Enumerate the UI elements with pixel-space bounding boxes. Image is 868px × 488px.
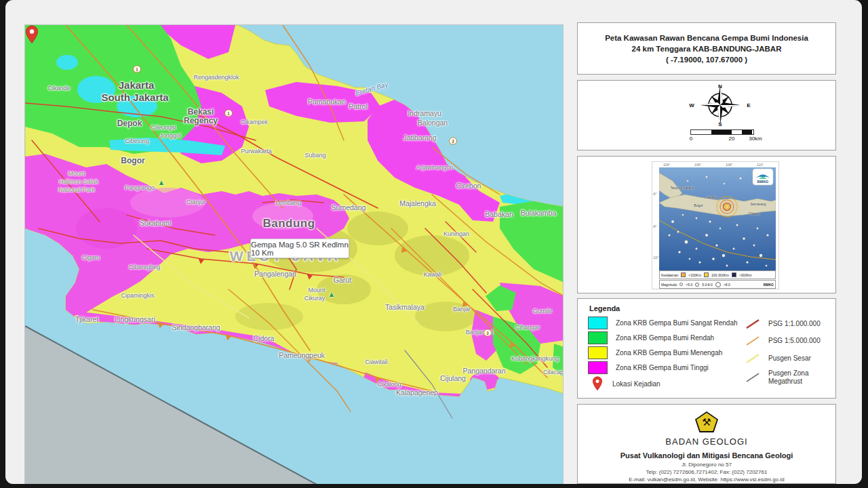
map-label: Sumedang xyxy=(332,203,366,211)
hazard-map[interactable]: CikandeJakartaSouth JakartaRengasdengklo… xyxy=(24,24,564,484)
map-label: Sukabumi xyxy=(140,219,172,227)
map-label: Gumilir xyxy=(533,308,553,314)
map-label: Cikande xyxy=(47,85,70,92)
road-shield-icon: 3 xyxy=(449,138,457,145)
map-label: Depok xyxy=(117,119,142,128)
map-label: Subang xyxy=(304,152,326,159)
compass-north-label: N xyxy=(718,83,722,89)
mountain-icon: ▲ xyxy=(328,290,336,298)
compass-south-label: S xyxy=(718,121,722,127)
badan-geologi-logo: ⚒ xyxy=(695,411,718,432)
map-label: Pameungpeuk xyxy=(279,351,325,359)
map-label: Cilacap xyxy=(543,369,564,375)
map-label: Patrol xyxy=(349,102,367,110)
map-label: Bogor xyxy=(121,156,144,165)
mountain-icon: ▲ xyxy=(158,178,165,186)
window-edge-right xyxy=(862,0,868,488)
inset-city-label: Cilacap xyxy=(749,211,760,216)
legend-swatch-magenta xyxy=(588,361,608,374)
map-label: Cikuray xyxy=(304,295,326,302)
event-location-pin[interactable] xyxy=(25,25,39,44)
inset-legend-depth-row: Kedalaman <100Km 100-300Km >300Km xyxy=(659,270,776,279)
map-label: Cileungsi xyxy=(151,124,176,131)
map-label: Kalapagenep xyxy=(396,388,438,396)
title-panel: Peta Kawasan Rawan Bencana Gempa Bumi In… xyxy=(577,22,836,75)
legend-line-psg5-icon xyxy=(744,335,762,347)
map-label: Pamanukan xyxy=(308,98,346,106)
map-label: Kawali xyxy=(424,271,442,278)
map-label: Pangalengan xyxy=(254,270,296,278)
scale-bar xyxy=(690,129,754,135)
compass-west-label: W xyxy=(689,102,694,108)
map-document-page: CikandeJakartaSouth JakartaRengasdengklo… xyxy=(5,0,862,484)
map-label: Majalengka xyxy=(399,199,436,207)
map-label: Cibinong xyxy=(125,138,149,144)
map-label: Cipamingkis xyxy=(121,292,154,299)
legend-zone-label: Zona KRB Gempa Bumi Tinggi xyxy=(616,364,709,371)
map-label: Kubangkangkung xyxy=(511,355,559,362)
map-label: National Park xyxy=(58,186,95,193)
map-label: Purwakarta xyxy=(241,148,272,155)
map-title-line2: 24 km Tenggara KAB-BANDUNG-JABAR xyxy=(632,43,782,54)
inset-labels-layer: Tanjung KarangJakartaBogorSemarangCilaca… xyxy=(652,162,778,289)
map-label: Halimun Salak xyxy=(59,178,98,185)
compass-panel: N E S W 0 20 30km xyxy=(577,80,836,150)
map-label: Mount xyxy=(68,170,85,177)
legend-swatch-green xyxy=(588,331,608,344)
inset-city-label: Jakarta xyxy=(707,195,717,199)
footer-dept: Pusat Vulkanologi dan Mitigasi Bencana G… xyxy=(620,451,793,460)
map-label: Pangandaran xyxy=(462,367,505,375)
road-shield-icon: 3 xyxy=(484,329,492,337)
map-label: Cibaregbeg xyxy=(129,264,161,270)
map-label: Banjar xyxy=(453,306,471,312)
legend-swatch-yellow xyxy=(588,346,608,359)
map-label: Cijulang xyxy=(440,374,466,382)
legend-panel: Legenda Zona KRB Gempa Bumi Sangat Renda… xyxy=(577,298,836,399)
legend-pin-icon xyxy=(591,376,604,391)
window-edge-bottom xyxy=(0,484,868,488)
map-label: Cianjur xyxy=(186,199,206,205)
legend-line-psg1-icon xyxy=(744,318,762,330)
map-label: South Jakarta xyxy=(101,92,168,103)
inset-city-label: Semarang xyxy=(750,202,766,206)
crossed-hammers-icon: ⚒ xyxy=(696,413,717,431)
road-shield-icon: 1 xyxy=(224,110,233,117)
map-label: Tjikaret xyxy=(75,315,98,323)
map-title-coordinates: ( -7.19000, 107.67000 ) xyxy=(666,54,747,65)
map-label: Indramayu xyxy=(408,109,441,117)
legend-line-label: Pusgen Zona Megathrust xyxy=(768,369,843,386)
compass-east-label: E xyxy=(747,102,750,108)
legend-line-label: PSG 1:5.000.000 xyxy=(768,337,843,345)
legend-heading: Legenda xyxy=(589,304,620,312)
legend-zone-label: Zona KRB Gempa Bumi Rendah xyxy=(616,334,714,342)
footer-address: Jl. Diponegoro no 57 xyxy=(682,462,732,468)
map-label: Cikalong xyxy=(377,381,401,388)
map-label: Lingkungsari xyxy=(115,315,155,323)
map-title-line1: Peta Kawasan Rawan Bencana Gempa Bumi In… xyxy=(605,33,808,43)
map-label: Arjawinangun xyxy=(416,164,454,171)
legend-line-sesar-icon xyxy=(744,352,762,365)
map-label: Regency xyxy=(184,116,218,125)
map-label: Ciawitali xyxy=(365,359,388,365)
map-label: Jakarta xyxy=(119,79,155,91)
map-label: Bekasi xyxy=(188,107,214,117)
event-tooltip: Gempa Mag 5.0 SR Kedlmn 10 Km xyxy=(250,239,349,258)
footer-panel: ⚒ BADAN GEOLOGI Pusat Vulkanologi dan Mi… xyxy=(577,404,836,484)
bmkg-inset-map: 104° 106° 108° 110° -6° -8° -10° xyxy=(652,161,779,289)
map-label: Cihangar xyxy=(515,324,540,331)
scale-label-20: 20 xyxy=(729,136,735,142)
legend-marker-label: Lokasi Kejadian xyxy=(612,380,660,388)
footer-contact: E-mail: vulkan@esdm.go.id, Website: http… xyxy=(629,476,784,483)
legend-zone-label: Zona KRB Gempa Bumi Menengah xyxy=(616,349,722,357)
window-edge-left xyxy=(0,0,5,488)
map-label: Tasikmalaya xyxy=(385,303,425,311)
scale-label-30km: 30km xyxy=(749,136,762,142)
legend-swatch-cyan xyxy=(588,317,608,329)
legend-line-megathrust-icon xyxy=(744,371,762,384)
map-label: Eretan Bay xyxy=(355,81,389,97)
map-label: Mount xyxy=(308,287,325,293)
event-tooltip-text: Gempa Mag 5.0 SR Kedlmn 10 Km xyxy=(251,241,349,257)
scale-label-0: 0 xyxy=(690,136,692,142)
map-label: Jonggol xyxy=(159,132,181,139)
map-label: Jatibarang xyxy=(403,134,436,142)
